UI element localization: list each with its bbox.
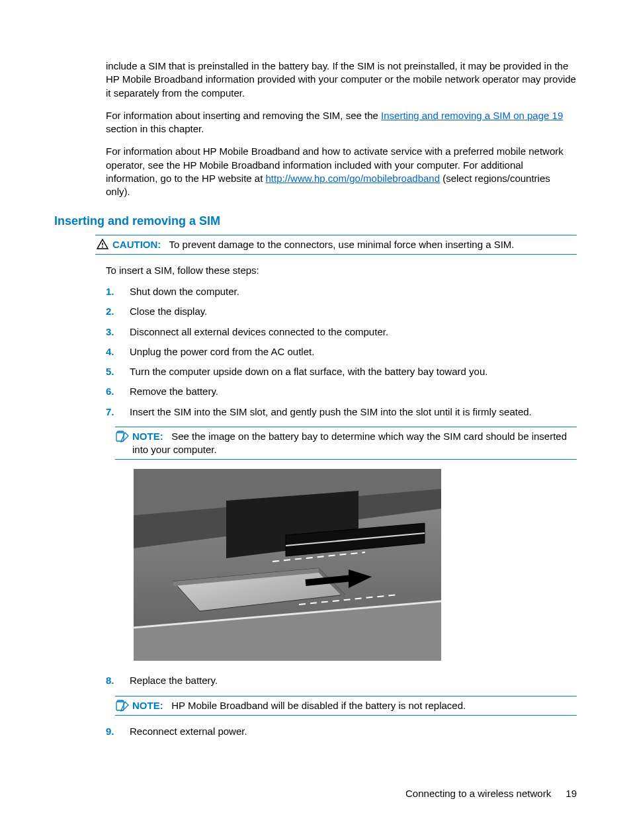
step-number: 3. <box>106 325 118 339</box>
footer-section-title: Connecting to a wireless network <box>405 788 551 799</box>
step-text: Turn the computer upside down on a flat … <box>130 365 487 378</box>
step-text: Reconnect external power. <box>130 725 247 738</box>
page-footer: Connecting to a wireless network 19 <box>405 787 577 800</box>
step-item: 3.Disconnect all external devices connec… <box>106 325 577 339</box>
note-label: NOTE: <box>132 700 163 711</box>
step-number: 1. <box>106 285 118 298</box>
intro-paragraph-1: include a SIM that is preinstalled in th… <box>106 60 577 100</box>
intro-block: include a SIM that is preinstalled in th… <box>106 60 577 198</box>
step-item: 8.Replace the battery. <box>106 674 577 687</box>
note-pencil-icon <box>115 430 130 442</box>
step-item: 5.Turn the computer upside down on a fla… <box>106 365 577 378</box>
steps-list-a: 1.Shut down the computer.2.Close the dis… <box>106 285 577 419</box>
step-item: 2.Close the display. <box>106 305 577 318</box>
svg-point-4 <box>120 431 121 433</box>
note-admonition-1: NOTE: See the image on the battery bay t… <box>115 427 577 460</box>
note-label: NOTE: <box>132 431 163 442</box>
caution-admonition: CAUTION: To prevent damage to the connec… <box>95 235 577 255</box>
steps-intro: To insert a SIM, follow these steps: <box>106 264 577 277</box>
step-item: 6.Remove the battery. <box>106 385 577 398</box>
section-heading: Inserting and removing a SIM <box>54 213 577 229</box>
svg-point-24 <box>121 700 122 702</box>
note-text: HP Mobile Broadband will be disabled if … <box>171 700 466 711</box>
svg-point-1 <box>102 246 103 247</box>
intro-paragraph-3: For information about HP Mobile Broadban… <box>106 145 577 198</box>
note-content: NOTE: HP Mobile Broadband will be disabl… <box>132 699 577 712</box>
step-item: 1.Shut down the computer. <box>106 285 577 298</box>
svg-point-3 <box>118 431 119 433</box>
step-number: 6. <box>106 385 118 398</box>
step-text: Unplug the power cord from the AC outlet… <box>130 345 314 358</box>
note-admonition-2: NOTE: HP Mobile Broadband will be disabl… <box>115 696 577 716</box>
note-pencil-icon <box>115 699 130 712</box>
step-item: 7.Insert the SIM into the SIM slot, and … <box>106 405 577 419</box>
step-text: Insert the SIM into the SIM slot, and ge… <box>130 405 532 419</box>
step-text: Replace the battery. <box>130 674 218 687</box>
intro-paragraph-2: For information about inserting and remo… <box>106 109 577 136</box>
step-text: Close the display. <box>130 305 207 318</box>
caution-text: To prevent damage to the connectors, use… <box>169 239 515 250</box>
svg-point-23 <box>120 700 121 702</box>
document-page: include a SIM that is preinstalled in th… <box>0 0 631 840</box>
step-number: 7. <box>106 405 118 419</box>
step-number: 8. <box>106 674 118 687</box>
step-text: Remove the battery. <box>130 385 218 398</box>
caution-label: CAUTION: <box>112 239 161 250</box>
caution-text <box>164 239 169 250</box>
caution-triangle-icon <box>95 238 110 249</box>
step-number: 9. <box>106 725 118 738</box>
note-content: NOTE: See the image on the battery bay t… <box>132 430 577 457</box>
step-text: Disconnect all external devices connecte… <box>130 325 388 339</box>
text-fragment: section in this chapter. <box>106 123 204 134</box>
step-number: 2. <box>106 305 118 318</box>
svg-line-17 <box>306 578 352 583</box>
text-fragment: For information about inserting and remo… <box>106 110 381 121</box>
step-item: 4.Unplug the power cord from the AC outl… <box>106 345 577 358</box>
figure-sim-insert <box>134 469 441 661</box>
steps-list-c: 9.Reconnect external power. <box>106 725 577 738</box>
steps-list-b: 8.Replace the battery. <box>106 674 577 687</box>
note-text: See the image on the battery bay to dete… <box>132 431 567 455</box>
svg-point-5 <box>121 431 122 433</box>
caution-content: CAUTION: To prevent damage to the connec… <box>112 238 577 251</box>
link-hp-mobilebroadband[interactable]: http://www.hp.com/go/mobilebroadband <box>266 173 441 184</box>
step-text: Shut down the computer. <box>130 285 239 298</box>
step-number: 4. <box>106 345 118 358</box>
step-item: 9.Reconnect external power. <box>106 725 577 738</box>
svg-point-22 <box>118 700 119 702</box>
step-number: 5. <box>106 365 118 378</box>
page-number: 19 <box>566 787 577 800</box>
link-inserting-sim[interactable]: Inserting and removing a SIM on page 19 <box>381 110 563 121</box>
